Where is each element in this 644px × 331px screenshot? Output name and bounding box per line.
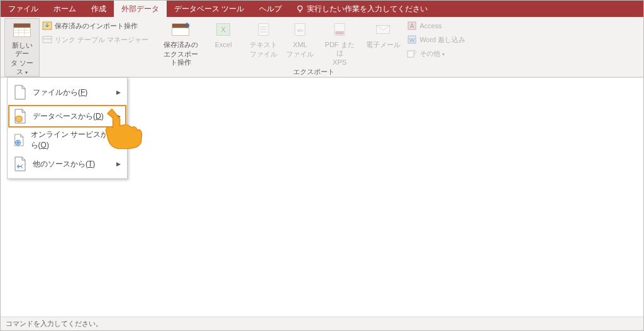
svg-text:A: A (410, 23, 414, 30)
new-source-label-1: 新しいデー (9, 41, 35, 58)
email-icon (373, 19, 393, 40)
svg-text:W: W (409, 37, 415, 43)
svg-point-30 (18, 166, 19, 167)
new-source-dropdown: ファイルから(F) ▶ データベースから(D) ▶ オンライン サービスから(O… (7, 77, 128, 179)
word-icon: W (407, 35, 417, 45)
link-table-label: リンク テーブル マネージャー (55, 35, 148, 45)
ribbon: 新しいデー タ ソース ▾ 保存済みのインポート操作 リンク テーブル マネージ… (1, 17, 643, 77)
svg-rect-8 (43, 36, 52, 43)
menu-from-online[interactable]: オンライン サービスから(O) ▶ (8, 128, 127, 152)
pdf-label-1: PDF または (321, 41, 358, 57)
globe-icon (14, 133, 25, 148)
access-label: Access (419, 22, 441, 30)
menu-from-online-label: オンライン サービスから(O) (31, 129, 110, 151)
group-import: 新しいデー タ ソース ▾ 保存済みのインポート操作 リンク テーブル マネージ… (1, 17, 155, 78)
text-label-1: テキスト (250, 41, 277, 49)
other-label: その他 ▾ (419, 49, 445, 58)
submenu-arrow-icon: ▶ (116, 137, 121, 143)
tab-help[interactable]: ヘルプ (252, 1, 289, 17)
tab-db-tools[interactable]: データベース ツール (167, 1, 252, 17)
text-label-2: ファイル (250, 50, 277, 58)
other-source-icon (14, 156, 26, 171)
database-icon (14, 109, 26, 124)
menu-from-other-label: 他のソースから(T) (33, 159, 95, 170)
tab-home[interactable]: ホーム (46, 1, 84, 17)
saved-export-label-1: 保存済みの (164, 41, 198, 49)
email-label: 電子メール (366, 41, 401, 49)
pdf-icon (330, 19, 350, 40)
svg-text:</>: </> (297, 28, 303, 33)
saved-import-icon (42, 21, 52, 31)
saved-export-label-2: エクスポート操作 (163, 50, 198, 67)
excel-label: Excel (215, 41, 232, 49)
status-bar: コマンドを入力してください。 (1, 317, 643, 330)
export-access-button[interactable]: A Access (407, 19, 465, 32)
submenu-arrow-icon: ▶ (116, 113, 121, 119)
text-file-icon (253, 19, 274, 40)
menu-from-file-label: ファイルから(F) (33, 87, 87, 98)
saved-import-label: 保存済みのインポート操作 (55, 21, 138, 31)
xml-label-1: XML (293, 41, 308, 49)
link-table-icon (42, 35, 52, 45)
tab-create[interactable]: 作成 (84, 1, 114, 17)
lightbulb-icon (296, 4, 304, 13)
export-other-button[interactable]: その他 ▾ (407, 47, 465, 60)
svg-text:X: X (221, 26, 226, 33)
xml-file-icon: </> (290, 19, 310, 40)
group-export: 保存済みの エクスポート操作 X Excel テキスト ファイル </> XML… (155, 17, 472, 78)
access-icon: A (407, 21, 417, 31)
menu-from-other[interactable]: 他のソースから(T) ▶ (8, 152, 127, 176)
svg-point-0 (298, 6, 303, 10)
svg-rect-1 (14, 23, 31, 28)
tell-me-search[interactable]: 実行したい作業を入力してください (289, 1, 434, 17)
export-pdf-button[interactable]: PDF または XPS (318, 18, 362, 67)
svg-rect-11 (172, 28, 189, 35)
tab-file[interactable]: ファイル (1, 1, 46, 17)
new-data-source-button[interactable]: 新しいデー タ ソース ▾ (4, 18, 40, 77)
excel-icon: X (213, 19, 233, 40)
submenu-arrow-icon: ▶ (116, 89, 121, 95)
saved-export-button[interactable]: 保存済みの エクスポート操作 (159, 18, 202, 67)
xml-label-2: ファイル (286, 50, 314, 58)
export-excel-button[interactable]: X Excel (202, 18, 245, 58)
export-email-button[interactable]: 電子メール (362, 18, 404, 58)
menu-from-database[interactable]: データベースから(D) ▶ (8, 104, 127, 128)
menu-from-database-label: データベースから(D) (33, 111, 104, 122)
tell-me-label: 実行したい作業を入力してください (307, 4, 428, 14)
menu-from-file[interactable]: ファイルから(F) ▶ (8, 80, 127, 104)
new-source-label-2: タ ソース ▾ (9, 59, 35, 75)
export-other-icon (407, 48, 417, 58)
svg-rect-27 (408, 51, 414, 57)
pdf-label-2: XPS (333, 58, 347, 67)
export-word-merge-button[interactable]: W Word 差し込み (407, 33, 465, 46)
submenu-arrow-icon: ▶ (116, 161, 121, 167)
status-text: コマンドを入力してください。 (6, 319, 103, 328)
saved-import-button[interactable]: 保存済みのインポート操作 (42, 19, 148, 32)
saved-export-icon (170, 19, 191, 40)
export-xml-button[interactable]: </> XML ファイル (282, 18, 318, 58)
ribbon-tabbar: ファイル ホーム 作成 外部データ データベース ツール ヘルプ 実行したい作業… (1, 1, 643, 17)
file-icon (14, 85, 26, 100)
word-label: Word 差し込み (419, 35, 465, 45)
export-text-button[interactable]: テキスト ファイル (245, 18, 282, 58)
link-table-manager-button[interactable]: リンク テーブル マネージャー (42, 33, 148, 46)
tab-external-data[interactable]: 外部データ (114, 1, 167, 17)
svg-rect-21 (335, 31, 343, 35)
data-source-icon (12, 20, 32, 40)
group-export-label: エクスポート (155, 67, 472, 79)
svg-rect-2 (14, 28, 31, 37)
